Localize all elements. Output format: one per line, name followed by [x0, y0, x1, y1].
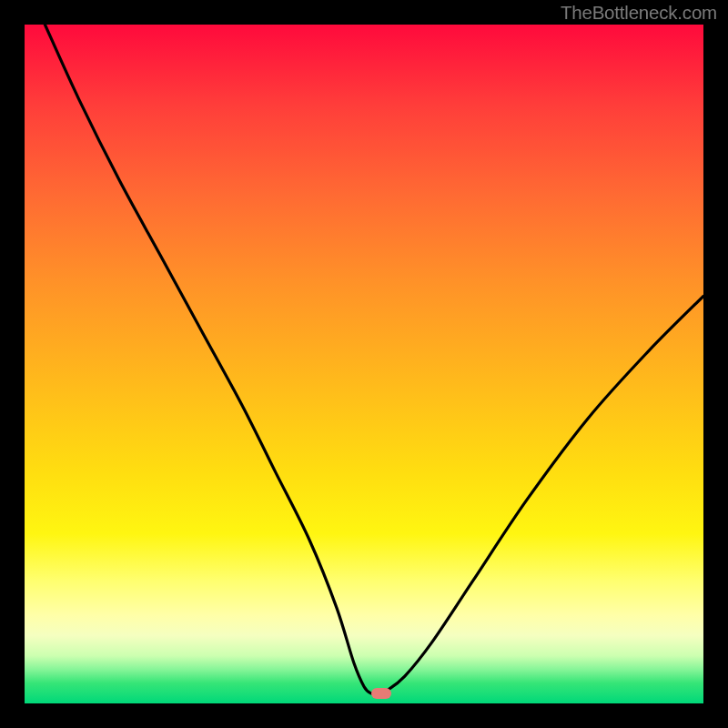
attribution-text: TheBottleneck.com — [561, 2, 717, 24]
bottleneck-curve — [25, 25, 703, 703]
optimal-point-marker — [371, 688, 391, 699]
chart-frame: TheBottleneck.com — [0, 0, 728, 728]
plot-area — [25, 25, 703, 703]
